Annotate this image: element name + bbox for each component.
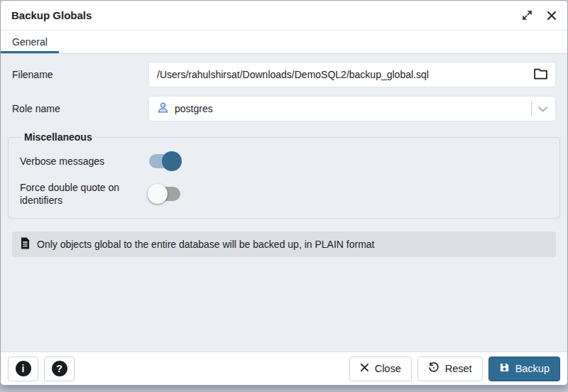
tab-general-label: General (12, 36, 48, 48)
role-value: postgres (175, 103, 213, 114)
close-x-icon (360, 363, 369, 374)
dialog-header: Backup Globals (1, 1, 567, 31)
help-button[interactable]: ? (44, 356, 75, 381)
dialog-footer: i ? Close (1, 352, 567, 385)
force-double-quote-label: Force double quote on identifiers (20, 181, 148, 207)
info-circle-icon: i (16, 361, 31, 376)
reset-button[interactable]: Reset (417, 356, 483, 381)
force-double-quote-toggle[interactable] (148, 184, 182, 204)
backup-globals-dialog: Backup Globals General Filename /Users/r… (0, 0, 568, 386)
reset-button-label: Reset (445, 363, 472, 374)
info-note: Only objects global to the entire databa… (12, 232, 556, 257)
backup-button[interactable]: Backup (488, 356, 560, 381)
folder-icon[interactable] (534, 68, 547, 82)
select-divider (531, 102, 532, 116)
save-icon (499, 362, 510, 375)
role-row: Role name postgres (12, 96, 556, 121)
sql-info-button[interactable]: i (8, 356, 38, 381)
dialog-content: Filename /Users/rahulshirsat/Downloads/D… (1, 54, 567, 352)
role-label: Role name (12, 103, 148, 114)
close-button[interactable]: Close (349, 356, 412, 381)
force-double-quote-row: Force double quote on identifiers (20, 181, 548, 207)
filename-input[interactable]: /Users/rahulshirsat/Downloads/DemoSQL2/b… (148, 62, 556, 87)
close-icon[interactable] (547, 11, 557, 21)
chevron-down-icon[interactable] (538, 103, 547, 114)
toggle-thumb (148, 184, 168, 204)
file-text-icon (21, 237, 30, 251)
help-circle-icon: ? (52, 361, 67, 376)
verbose-messages-toggle[interactable] (148, 151, 182, 171)
miscellaneous-legend: Miscellaneous (21, 131, 95, 143)
verbose-messages-label: Verbose messages (20, 155, 148, 168)
user-icon (157, 102, 169, 116)
filename-label: Filename (12, 69, 148, 80)
tab-general[interactable]: General (1, 31, 59, 53)
toggle-thumb (162, 151, 182, 171)
role-select[interactable]: postgres (148, 96, 556, 121)
info-note-text: Only objects global to the entire databa… (37, 239, 375, 250)
backup-button-label: Backup (515, 363, 550, 374)
miscellaneous-fieldset: Miscellaneous Verbose messages Force dou… (8, 131, 560, 219)
tab-bar: General (1, 31, 567, 54)
filename-value: /Users/rahulshirsat/Downloads/DemoSQL2/b… (157, 69, 429, 80)
filename-row: Filename /Users/rahulshirsat/Downloads/D… (12, 62, 556, 87)
close-button-label: Close (375, 363, 401, 374)
verbose-messages-row: Verbose messages (20, 151, 548, 171)
dialog-title: Backup Globals (11, 9, 92, 21)
maximize-icon[interactable] (522, 10, 532, 21)
reset-icon (428, 362, 439, 376)
